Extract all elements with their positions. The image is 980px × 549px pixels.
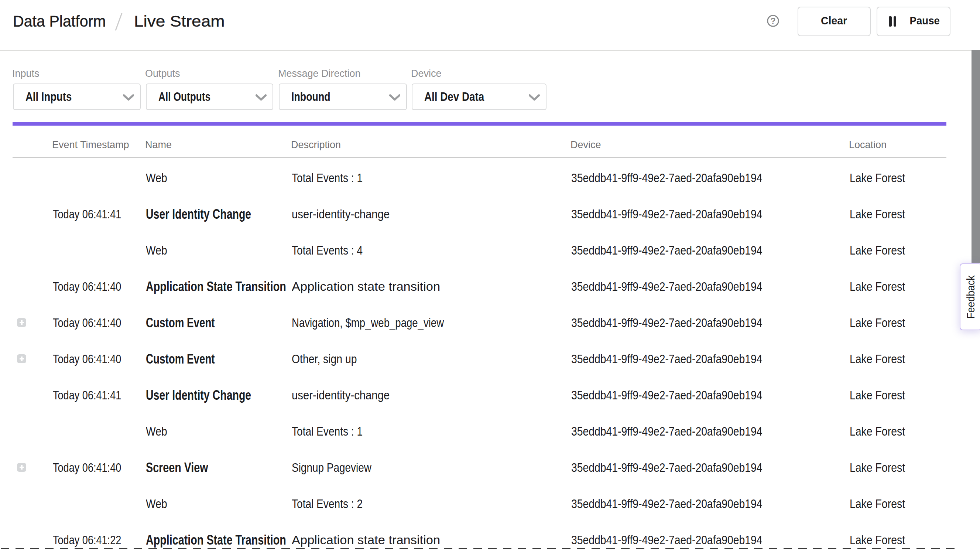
svg-text:?: ? [770,16,775,26]
